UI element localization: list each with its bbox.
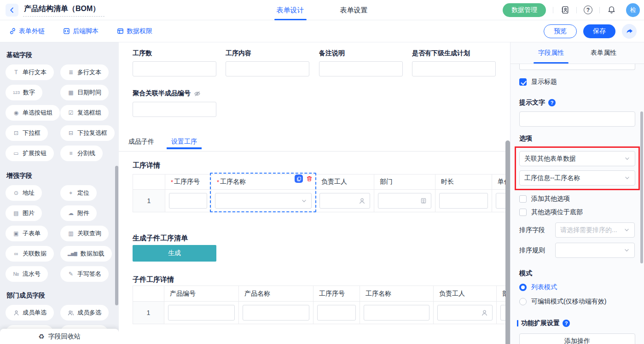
tab-form-properties[interactable]: 表单属性 xyxy=(589,42,618,64)
unit-price-input[interactable] xyxy=(496,193,506,209)
field-item-datetime[interactable]: ▦日期时间 xyxy=(60,85,109,100)
worker-input[interactable] xyxy=(437,305,493,321)
field-item-label: 多行文本 xyxy=(77,68,101,76)
dropdown-icon: ⊡ xyxy=(13,130,19,136)
field-item-radio-group[interactable]: ◉单选按钮组 xyxy=(6,105,60,121)
link-form-value: 关联其他表单数据 xyxy=(524,155,576,163)
copy-field-icon[interactable] xyxy=(295,175,303,183)
field-item-multi-line-text[interactable]: ≣多行文本 xyxy=(60,64,109,80)
field-item-subform[interactable]: ▣子表单 xyxy=(6,226,48,241)
process-no-input[interactable] xyxy=(317,305,356,321)
field-recycle-bin[interactable]: ♻ 字段回收站 xyxy=(0,329,119,344)
share-button[interactable] xyxy=(622,24,637,39)
process-count-input[interactable] xyxy=(133,61,216,76)
field-item-data-load[interactable]: ▂▅▇数据加载 xyxy=(60,246,112,262)
show-title-checkbox[interactable] xyxy=(519,78,527,86)
product-code-input[interactable] xyxy=(168,305,235,321)
add-action-button[interactable]: 添加操作 xyxy=(519,333,635,344)
field-item-divider[interactable]: ≡分割线 xyxy=(60,146,103,161)
delete-field-icon[interactable] xyxy=(305,175,313,183)
list-mode-radio[interactable] xyxy=(519,284,527,291)
field-item-dropdown[interactable]: ⊡下拉框 xyxy=(6,125,48,141)
field-item-locate[interactable]: ⌖定位 xyxy=(60,185,97,201)
product-name-cell xyxy=(239,302,313,324)
person-icon xyxy=(13,310,19,316)
column-header-department: 部门 xyxy=(374,175,435,190)
add-other-option-checkbox[interactable] xyxy=(519,195,527,203)
tab-form-design[interactable]: 表单设计 xyxy=(275,0,306,20)
tab-set-process[interactable]: 设置工序 xyxy=(170,135,198,149)
row-index-cell: 1 xyxy=(133,190,165,212)
edit-mode-radio[interactable] xyxy=(519,298,527,305)
link-form-select[interactable]: 关联其他表单数据 xyxy=(519,151,635,166)
generate-button[interactable]: 生成 xyxy=(133,245,216,262)
person-icon xyxy=(359,198,366,204)
field-item-member-multi[interactable]: 成员多选 xyxy=(60,305,109,321)
hint-help-icon[interactable]: ? xyxy=(548,99,556,106)
sort-field-select[interactable]: 请选择需要排序的... xyxy=(555,222,635,238)
has-subplan-input[interactable] xyxy=(412,61,496,76)
field-item-extend-button[interactable]: ▭扩展按钮 xyxy=(6,146,54,161)
field-item-label: 单选按钮组 xyxy=(23,109,52,117)
notification-bell-icon[interactable] xyxy=(607,6,616,15)
aggregate-code-input[interactable] xyxy=(133,102,216,117)
clipped-title-input[interactable] xyxy=(519,64,635,70)
column-header-label: 工序序号 xyxy=(174,178,200,186)
field-item-single-line-text[interactable]: T单行文本 xyxy=(6,64,54,80)
worker-input[interactable] xyxy=(319,193,370,209)
process-content-input[interactable] xyxy=(226,61,309,76)
process-no-input[interactable] xyxy=(169,193,207,209)
contacts-icon[interactable] xyxy=(560,6,569,15)
other-option-bottom-checkbox[interactable] xyxy=(519,209,527,216)
tab-form-settings[interactable]: 表单设置 xyxy=(339,0,369,20)
external-link-action[interactable]: 表单外链 xyxy=(9,27,45,35)
field-item-multi-dropdown[interactable]: ⊟下拉复选框 xyxy=(60,125,115,141)
eye-off-icon[interactable] xyxy=(194,90,201,97)
row-index-cell: 1 xyxy=(133,302,164,324)
field-item-label: 关联数据 xyxy=(23,250,46,258)
process-name-input[interactable] xyxy=(364,305,429,321)
canvas-scrollbar[interactable] xyxy=(505,140,510,344)
department-input[interactable] xyxy=(378,193,431,209)
preview-button[interactable]: 预览 xyxy=(544,24,577,38)
help-icon[interactable]: ? xyxy=(584,6,592,14)
field-item-checkbox-group[interactable]: ☑复选框组 xyxy=(60,105,109,121)
sidebar-scrollbar[interactable] xyxy=(115,166,118,305)
field-item-lookup[interactable]: ▥关联查询 xyxy=(60,226,109,241)
divider xyxy=(553,7,553,13)
person-icon xyxy=(481,309,488,316)
user-avatar[interactable]: 检 xyxy=(626,3,640,17)
field-item-linked-data[interactable]: ∞关联数据 xyxy=(6,246,54,262)
calendar-icon: ▦ xyxy=(68,89,74,96)
field-item-label: 流水号 xyxy=(23,270,41,278)
hint-text-input[interactable] xyxy=(519,111,635,127)
tab-field-properties[interactable]: 字段属性 xyxy=(536,42,566,64)
ext-settings-help-icon[interactable]: ? xyxy=(563,320,570,327)
field-item-address[interactable]: ⊙地址 xyxy=(6,185,42,201)
duration-input[interactable] xyxy=(439,193,488,209)
backend-script-action[interactable]: 后端脚本 xyxy=(63,27,99,35)
column-header-index xyxy=(133,175,165,190)
link-field-select[interactable]: 工序信息--工序名称 xyxy=(519,170,635,186)
selected-column-outline[interactable] xyxy=(210,173,316,212)
field-item-attachment[interactable]: ☁附件 xyxy=(60,205,97,221)
field-item-image[interactable]: ▤图片 xyxy=(6,205,42,221)
field-item-signature[interactable]: ✎手写签名 xyxy=(60,266,109,282)
remark-input[interactable] xyxy=(319,61,403,76)
field-item-label: 地址 xyxy=(23,189,35,197)
form-toolbar: 表单外链 后端脚本 数据权限 预览 保存 xyxy=(0,20,644,42)
data-manage-button[interactable]: 数据管理 xyxy=(503,3,546,17)
panel-scrollbar[interactable] xyxy=(640,111,643,263)
data-permission-action[interactable]: 数据权限 xyxy=(117,27,152,35)
process-no-cell xyxy=(165,190,211,212)
field-item-member-single[interactable]: 成员单选 xyxy=(6,305,54,321)
field-item-serial-number[interactable]: №流水号 xyxy=(6,266,48,282)
save-button[interactable]: 保存 xyxy=(583,24,615,38)
field-item-number[interactable]: 123数字 xyxy=(6,85,42,100)
chevron-down-icon xyxy=(624,227,630,233)
panel-tabs: 字段属性 表单属性 xyxy=(511,42,644,64)
product-name-input[interactable] xyxy=(243,305,309,321)
sort-rule-select[interactable] xyxy=(555,243,635,258)
tab-finished-parts[interactable]: 成品子件 xyxy=(128,135,155,149)
data-permission-label: 数据权限 xyxy=(127,27,152,35)
